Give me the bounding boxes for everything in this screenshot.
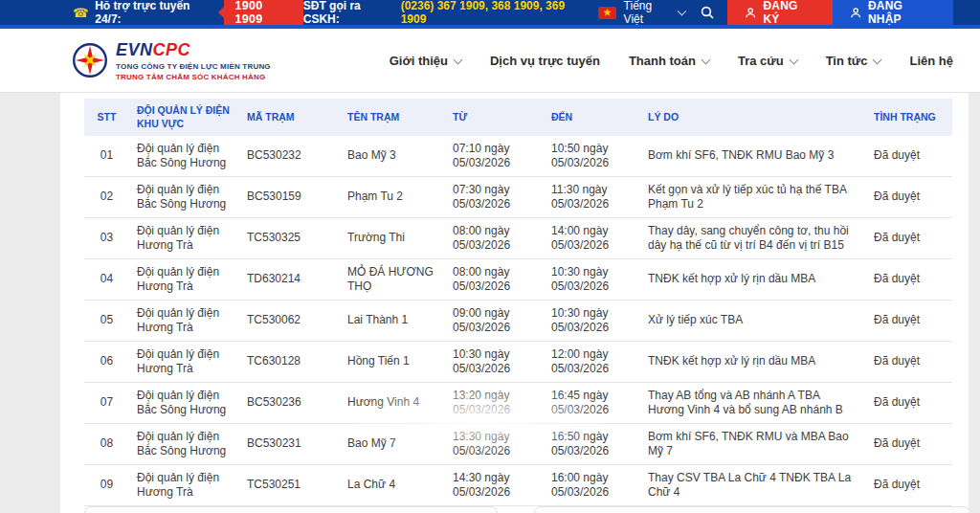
cell-team: Đội quản lý điện Bắc Sông Hương: [129, 383, 239, 424]
cell-team: Đội quản lý điện Hương Trà: [129, 218, 239, 259]
logo-name: EVNCPC: [116, 40, 271, 59]
topbar: ☎ Hỗ trợ trực tuyến 24/7: 1900 1909 SĐT …: [0, 0, 980, 25]
nav-item-gioi-thieu[interactable]: Giới thiệu: [390, 54, 461, 68]
nav-item-label: Tin tức: [826, 54, 868, 68]
language-label: Tiếng Việt: [624, 0, 673, 26]
cell-reason: Xử lý tiếp xúc TBA: [640, 301, 866, 342]
cell-team: Đội quản lý điện Hương Trà: [129, 301, 239, 342]
cell-status: Đã duyệt: [866, 218, 952, 259]
cell-station-name: Bao Mỹ 3: [340, 136, 445, 177]
evncpc-logo[interactable]: EVNCPC TỔNG CÔNG TY ĐIỆN LỰC MIỀN TRUNG …: [72, 40, 271, 81]
column-header-status: TÌNH TRẠNG: [866, 99, 952, 136]
cell-team: Đội quản lý điện Bắc Sông Hương: [129, 177, 239, 218]
cell-station-code: TC530251: [239, 465, 340, 506]
org-line2: TRUNG TÂM CHĂM SÓC KHÁCH HÀNG: [116, 73, 271, 81]
user-icon: [850, 7, 861, 19]
nav-item-label: Thanh toán: [629, 54, 696, 68]
search-icon[interactable]: [701, 6, 714, 19]
cell-from: 07:30 ngày 05/03/2026: [445, 177, 544, 218]
cell-station-code: BC530231: [239, 424, 340, 465]
cell-reason: TNĐK kết hợp xử lý rịn dầu MBA: [640, 342, 866, 383]
cell-stt: 04: [84, 259, 129, 301]
cell-to: 16:50 ngày 05/03/2026: [544, 424, 640, 465]
nav-item-dich-vu[interactable]: Dịch vụ trực tuyến: [490, 54, 600, 68]
nav-item-label: Tra cứu: [738, 54, 784, 68]
cell-team: Đội quản lý điện Bắc Sông Hương: [129, 424, 239, 465]
cell-station-code: TC530062: [239, 301, 340, 342]
chevron-down-icon: [678, 7, 687, 16]
cell-reason: TNĐK kết hợp xử lý rịn dầu MBA: [640, 259, 866, 301]
table-row[interactable]: 04Đội quản lý điện Hương TràTD630214MỎ Đ…: [84, 259, 952, 301]
cell-station-name: MỎ ĐÁ HƯƠNG THỌ: [340, 259, 445, 301]
cell-reason: Thay AB tổng và AB nhánh A TBA Hương Vin…: [640, 383, 866, 424]
nav-item-tra-cuu[interactable]: Tra cứu: [738, 54, 797, 68]
cell-station-name: Phạm Tu 2: [340, 177, 445, 218]
cell-status: Đã duyệt: [866, 177, 952, 218]
table-row[interactable]: 09Đội quản lý điện Hương TràTC530251La C…: [84, 465, 952, 506]
cell-status: Đã duyệt: [866, 424, 952, 465]
cell-from: 10:30 ngày 05/03/2026: [445, 342, 544, 383]
cell-team: Đội quản lý điện Hương Trà: [129, 259, 239, 301]
page-header: EVNCPC TỔNG CÔNG TY ĐIỆN LỰC MIỀN TRUNG …: [0, 29, 980, 93]
cell-station-name: Bao Mỹ 7: [340, 424, 445, 465]
cell-team: Đội quản lý điện Hương Trà: [129, 465, 239, 506]
register-label: ĐĂNG KÝ: [764, 0, 815, 26]
cell-from: 13:30 ngày 05/03/2026: [445, 424, 544, 465]
cell-stt: 01: [84, 136, 129, 177]
cell-status: Đã duyệt: [866, 136, 952, 177]
cell-to: 16:00 ngày 05/03/2026: [544, 465, 640, 506]
cell-reason: Kết gọn và xử lý tiếp xúc tủ hạ thế TBA …: [640, 177, 866, 218]
cell-station-code: TC530325: [239, 218, 340, 259]
nav-item-label: Liên hệ: [909, 54, 953, 68]
cell-from: 14:30 ngày 05/03/2026: [445, 465, 544, 506]
nav-item-lien-he[interactable]: Liên hệ: [909, 54, 953, 68]
chevron-down-icon: [701, 55, 710, 64]
logo-cpc: CPC: [153, 40, 191, 59]
cell-station-code: BC530236: [239, 383, 340, 424]
nav-item-tin-tuc[interactable]: Tin tức: [826, 54, 881, 68]
cell-from: 08:00 ngày 05/03/2026: [445, 259, 544, 301]
cell-station-name: Hương Vinh 4: [340, 383, 445, 424]
cell-reason: Bơm khí SF6, TNĐK RMU Bao Mỹ 3: [640, 136, 866, 177]
table-header-row: STTĐỘI QUẢN LÝ ĐIỆN KHU VỰCMÃ TRẠMTÊN TR…: [84, 99, 952, 136]
cell-station-name: Trường Thi: [340, 218, 445, 259]
column-header-station-name: TÊN TRẠM: [340, 99, 445, 136]
chevron-down-icon: [789, 55, 798, 64]
table-row[interactable]: 05Đội quản lý điện Hương TràTC530062Lai …: [84, 301, 952, 342]
column-header-station-code: MÃ TRẠM: [239, 99, 340, 136]
cell-to: 12:00 ngày 05/03/2026: [544, 342, 640, 383]
cell-station-name: La Chữ 4: [340, 465, 445, 506]
register-button[interactable]: ĐĂNG KÝ: [727, 0, 832, 25]
cell-stt: 03: [84, 218, 129, 259]
cell-to: 16:45 ngày 05/03/2026: [544, 383, 640, 424]
table-row[interactable]: 07Đội quản lý điện Bắc Sông HươngBC53023…: [84, 383, 952, 424]
login-label: ĐĂNG NHẬP: [868, 0, 936, 26]
logo-text: EVNCPC TỔNG CÔNG TY ĐIỆN LỰC MIỀN TRUNG …: [116, 40, 271, 81]
cell-from: 08:00 ngày 05/03/2026: [445, 218, 544, 259]
evncpc-outage-page: ☎ Hỗ trợ trực tuyến 24/7: 1900 1909 SĐT …: [0, 0, 980, 513]
cell-status: Đã duyệt: [866, 259, 952, 301]
table-row[interactable]: 03Đội quản lý điện Hương TràTC530325Trườ…: [84, 218, 952, 259]
table-row[interactable]: 06Đội quản lý điện Hương TràTC630128Hồng…: [84, 342, 952, 383]
outage-table: STTĐỘI QUẢN LÝ ĐIỆN KHU VỰCMÃ TRẠMTÊN TR…: [84, 99, 952, 506]
cell-stt: 02: [84, 177, 129, 218]
logo-evn: EVN: [116, 40, 153, 59]
cell-station-name: Hồng Tiến 1: [340, 342, 445, 383]
cell-team: Đội quản lý điện Hương Trà: [129, 342, 239, 383]
language-selector[interactable]: Tiếng Việt: [624, 0, 686, 26]
table-row[interactable]: 08Đội quản lý điện Bắc Sông HươngBC53023…: [84, 424, 952, 465]
table-row[interactable]: 01Đội quản lý điện Bắc Sông HươngBC53023…: [84, 136, 952, 177]
main-nav: Giới thiệuDịch vụ trực tuyếnThanh toánTr…: [361, 54, 953, 68]
hotline-badge[interactable]: 1900 1909: [224, 0, 303, 28]
cell-status: Đã duyệt: [866, 465, 952, 506]
login-button[interactable]: ĐĂNG NHẬP: [833, 0, 953, 25]
phone-icon: ☎: [73, 6, 88, 20]
user-icon: [745, 7, 756, 19]
column-header-stt: STT: [84, 99, 129, 136]
cell-to: 14:00 ngày 05/03/2026: [544, 218, 640, 259]
cskh-numbers: (0236) 367 1909, 368 1909, 369 1909: [401, 0, 586, 26]
cell-from: 07:10 ngày 05/03/2026: [445, 136, 544, 177]
nav-item-thanh-toan[interactable]: Thanh toán: [629, 54, 709, 68]
column-header-reason: LÝ DO: [640, 99, 866, 136]
table-row[interactable]: 02Đội quản lý điện Bắc Sông HươngBC53015…: [84, 177, 952, 218]
